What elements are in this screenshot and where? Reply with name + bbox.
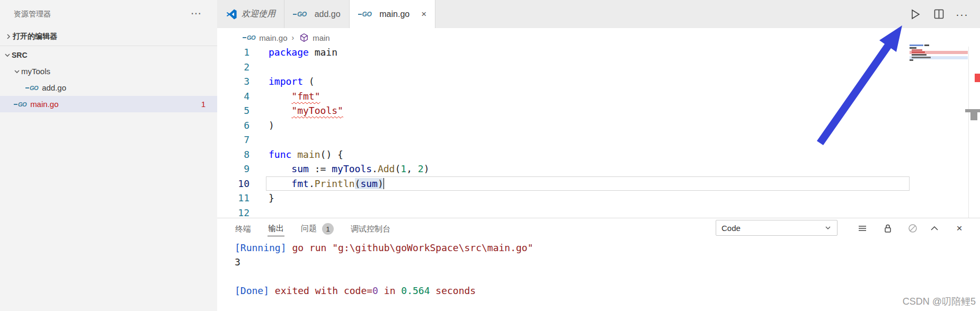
minimap[interactable] [910,45,968,63]
code-line[interactable]: 4 "fmt" [217,89,910,104]
code-editor[interactable]: GO main.go › main 1package main23import … [217,28,980,218]
scrollbar-marker [970,112,977,120]
code-line[interactable]: 3import ( [217,74,910,89]
open-editors-section[interactable]: 打开的编辑器 [0,28,217,45]
code-text: import ( [269,76,315,87]
folder-label: myTools [21,67,50,76]
minimap-bar [912,54,926,56]
code-text: fmt.Println(sum) [269,178,384,189]
line-number[interactable]: 9 [217,163,262,174]
tab-welcome[interactable]: 欢迎使用 [217,0,284,28]
tab-add-go[interactable]: GO add.go [284,0,350,28]
minimap-bar [912,57,931,58]
vscode-logo-icon [226,8,237,20]
output-text[interactable]: [Running] go run "g:\github\goWorkSpace\… [235,241,964,298]
minimap-bar [912,51,925,53]
maximize-panel-icon[interactable] [928,221,941,235]
minimap-bar [924,45,929,46]
code-line[interactable]: 9 sum := myTools.Add(1, 2) [217,162,910,176]
section-divider [0,46,217,46]
code-text: ) [269,120,274,131]
text-cursor [384,178,385,189]
code-text: sum := myTools.Add(1, 2) [269,163,430,174]
close-tab-icon[interactable]: × [421,9,426,20]
code-line[interactable]: 6) [217,118,910,133]
file-main-go[interactable]: GO main.go 1 [0,96,217,112]
line-number[interactable]: 6 [217,120,262,131]
code-line[interactable]: 12 [217,206,910,218]
open-editors-label: 打开的编辑器 [13,32,57,41]
code-text: "fmt" [269,91,320,102]
line-number[interactable]: 3 [217,76,262,87]
bottom-panel: 终端 输出 问题1 调试控制台 Code × [Running] go run … [217,218,980,311]
symbol-namespace-icon [299,33,309,42]
file-label: add.go [42,83,66,92]
go-file-icon: GO [293,11,307,18]
run-code-button[interactable] [907,6,924,23]
breadcrumb-separator: › [292,33,295,42]
line-number[interactable]: 2 [217,61,262,73]
code-line[interactable]: 10 fmt.Println(sum) [217,176,910,191]
go-file-icon: GO [358,11,372,18]
filter-lines-icon[interactable] [856,221,869,235]
line-number[interactable]: 1 [217,47,262,58]
editor-actions: ··· [901,0,980,28]
chevron-down-icon [13,67,21,76]
code-line[interactable]: 2 [217,60,910,75]
explorer-more-actions-icon[interactable]: ⋯ [186,5,206,21]
tab-label: add.go [315,10,341,19]
code-text: package main [269,47,337,58]
minimap-bar [910,45,923,46]
file-label: main.go [30,100,58,109]
code-line[interactable]: 7 [217,132,910,147]
code-line[interactable]: 8func main() { [217,147,910,162]
error-count-badge: 1 [201,100,206,109]
line-number[interactable]: 11 [217,192,262,203]
vscode-window: 资源管理器 ⋯ 打开的编辑器 SRC myTools GO add.go GO … [0,0,980,311]
explorer-header: 资源管理器 ⋯ [0,0,217,28]
minimap-bar [910,59,913,61]
line-number[interactable]: 10 [217,178,262,189]
explorer-sidebar: 资源管理器 ⋯ 打开的编辑器 SRC myTools GO add.go GO … [0,0,218,311]
go-file-icon: GO [25,85,38,91]
lock-auto-scroll-icon[interactable] [881,221,895,235]
code-line[interactable]: 1package main [217,45,910,60]
line-number[interactable]: 12 [217,207,262,218]
file-add-go[interactable]: GO add.go [0,79,217,96]
go-file-icon: GO [243,34,255,41]
go-file-icon: GO [14,101,26,108]
more-actions-icon[interactable]: ··· [954,6,970,23]
line-number[interactable]: 5 [217,105,262,116]
chevron-right-icon [4,32,13,41]
code-text: "myTools" [269,105,343,116]
breadcrumb-file[interactable]: main.go [259,33,287,42]
workspace-root-src[interactable]: SRC [0,47,217,63]
output-line: [Running] go run "g:\github\goWorkSpace\… [235,241,964,255]
folder-mytools[interactable]: myTools [0,63,217,79]
clear-output-icon[interactable] [906,221,920,235]
output-line: 3 [235,255,964,269]
workspace-root-label: SRC [12,51,28,59]
editor-tab-strip: 欢迎使用 GO add.go GO main.go × ··· [217,0,980,28]
code-lines[interactable]: 1package main23import (4 "fmt"5 "myTools… [217,45,910,218]
line-number[interactable]: 4 [217,91,262,102]
close-panel-icon[interactable]: × [952,221,966,235]
line-number[interactable]: 8 [217,149,262,160]
breadcrumb-symbol[interactable]: main [313,33,330,42]
code-line[interactable]: 11} [217,191,910,206]
breadcrumb[interactable]: GO main.go › main [243,31,330,44]
split-editor-button[interactable] [930,6,947,23]
line-number[interactable]: 7 [217,134,262,145]
tab-label: 欢迎使用 [242,8,275,20]
output-line [235,269,964,283]
overview-ruler[interactable] [968,47,980,218]
code-line[interactable]: 5 "myTools" [217,103,910,118]
output-line: [Done] exited with code=0 in 0.564 secon… [235,283,964,298]
code-text: func main() { [269,149,343,160]
csdn-watermark: CSDN @叨陪鲤5 [903,295,976,308]
tab-main-go[interactable]: GO main.go × [350,0,436,28]
chevron-down-icon [3,51,12,59]
panel-actions: × [217,221,980,235]
minimap-bar [910,47,916,49]
code-text: } [269,192,274,203]
